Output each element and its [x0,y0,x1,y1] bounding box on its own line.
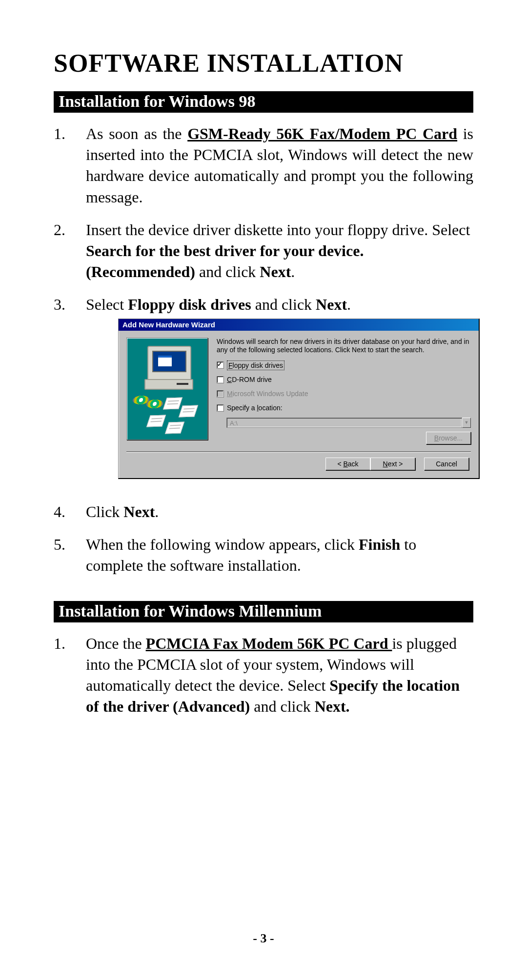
checkbox-label: Microsoft Windows Update [227,389,308,399]
text: . [155,503,159,520]
step-5: When the following window appears, click… [54,534,473,588]
checkbox-icon[interactable] [217,361,224,369]
step-number [54,501,78,522]
text: . [291,263,295,280]
product-name: PCMCIA Fax Modem 56K PC Card [146,635,392,652]
step-1: Once the PCMCIA Fax Modem 56K PC Card is… [54,633,473,729]
next-label: Next [123,503,155,520]
bold-text: Finish [359,536,400,553]
checkbox-label: CD-ROM drive [227,375,272,384]
product-name: GSM-Ready 56K Fax/Modem PC Card [187,125,457,142]
section-header-winme: Installation for Windows Millennium [54,601,473,622]
wizard-titlebar: Add New Hardware Wizard [119,319,479,331]
checkbox-label: Specify a location: [227,403,283,413]
manual-page: SOFTWARE INSTALLATION Installation for W… [0,0,527,980]
checkbox-floppy[interactable]: Floppy disk drives [217,360,471,371]
step-number [54,534,78,555]
page-number: - 3 - [0,931,527,946]
winme-steps: Once the PCMCIA Fax Modem 56K PC Card is… [54,633,473,729]
text: Once the [86,635,146,652]
checkbox-label: Floppy disk drives [227,360,284,371]
text: Select [86,296,128,313]
step-number [54,633,78,654]
browse-button: Browse... [426,432,471,444]
text: and click [250,698,314,715]
text: When the following window appears, click [86,536,359,553]
step-number [54,123,78,144]
text: . [347,296,351,313]
step-number [54,294,78,315]
checkbox-windows-update: Microsoft Windows Update [217,389,471,399]
text: As soon as the [86,125,187,142]
page-title: SOFTWARE INSTALLATION [54,49,473,78]
next-label: Next [316,296,347,313]
wizard-screenshot: Add New Hardware Wizard [118,319,473,480]
wizard-graphic [126,338,208,440]
next-label: Next. [315,698,350,715]
checkbox-icon[interactable] [217,376,224,383]
text: and click [251,296,316,313]
step-3: Select Floppy disk drives and click Next… [54,294,473,501]
separator [126,451,471,453]
section-header-win98: Installation for Windows 98 [54,91,473,113]
dropdown-icon: ▼ [462,418,471,428]
text: Insert the device driver diskette into y… [86,221,470,239]
step-4: Click Next. [54,501,473,534]
step-number [54,220,78,240]
step-1: As soon as the GSM-Ready 56K Fax/Modem P… [54,123,473,220]
checkbox-icon [217,390,224,398]
location-path-input: A:\ [226,418,462,428]
back-button[interactable]: < Back [325,458,370,470]
cancel-button[interactable]: Cancel [424,458,469,470]
text: Click [86,503,123,520]
bold-text: Floppy disk drives [128,296,251,313]
next-label: Next [260,263,291,280]
checkbox-icon[interactable] [217,404,224,412]
wizard-window: Add New Hardware Wizard [118,319,480,480]
win98-steps: As soon as the GSM-Ready 56K Fax/Modem P… [54,123,473,588]
wizard-instructions: Windows will search for new drivers in i… [217,338,471,355]
step-2: Insert the device driver diskette into y… [54,220,473,295]
next-button[interactable]: Next > [370,458,415,470]
text: and click [195,263,260,280]
checkbox-specify-location[interactable]: Specify a location: [217,403,471,413]
checkbox-cdrom[interactable]: CD-ROM drive [217,375,471,384]
